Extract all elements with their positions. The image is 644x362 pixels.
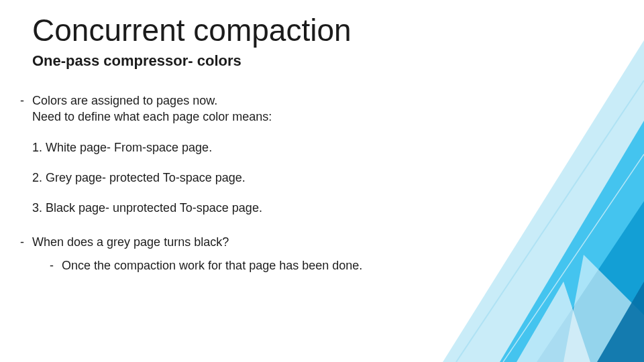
slide: Concurrent compaction One-pass compresso…	[0, 0, 644, 362]
answer-text: Once the compaction work for that page h…	[62, 257, 362, 274]
intro-line-2: Need to define what each page color mean…	[32, 109, 272, 125]
list-item: 1. White page- From-space page.	[32, 140, 617, 156]
list-item: 3. Black page- unprotected To-space page…	[32, 200, 617, 216]
content-area: Concurrent compaction One-pass compresso…	[0, 0, 644, 274]
numbered-list: 1. White page- From-space page. 2. Grey …	[32, 140, 617, 217]
answer-bullet: - Once the compaction work for that page…	[35, 257, 617, 274]
question-text: When does a grey page turns black?	[32, 234, 229, 250]
slide-title: Concurrent compaction	[32, 12, 617, 48]
list-item: 2. Grey page- protected To-space page.	[32, 170, 617, 186]
slide-subtitle: One-pass compressor- colors	[32, 52, 617, 70]
bullet-dash: -	[20, 93, 32, 109]
intro-text: Colors are assigned to pages now. Need t…	[32, 93, 272, 125]
svg-marker-5	[597, 282, 644, 362]
intro-line-1: Colors are assigned to pages now.	[32, 93, 272, 109]
bullet-dash: -	[50, 257, 62, 274]
intro-bullet: - Colors are assigned to pages now. Need…	[20, 93, 617, 125]
bullet-dash: -	[20, 234, 32, 251]
question-bullet: - When does a grey page turns black?	[20, 234, 617, 251]
svg-marker-4	[517, 282, 590, 362]
